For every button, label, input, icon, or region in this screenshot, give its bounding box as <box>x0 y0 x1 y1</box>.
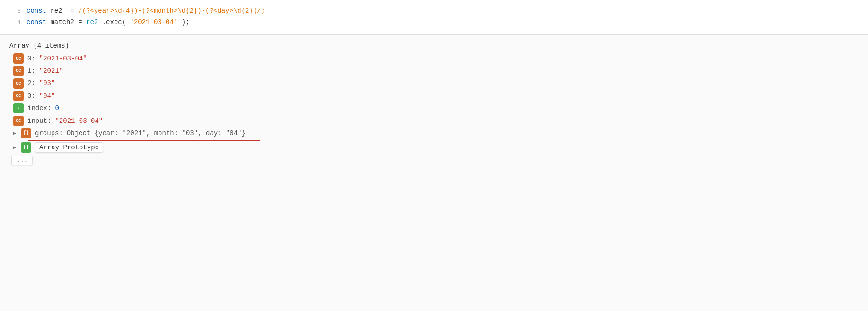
badge-index: # <box>13 103 24 113</box>
fn-re2: re2 <box>86 18 98 26</box>
badge-array-proto: [] <box>21 142 31 153</box>
item-value-input: "2021-03-04" <box>55 116 103 126</box>
line-number-3: 3 <box>9 6 21 17</box>
item-key-input: input: <box>27 116 51 126</box>
keyword-const-1: const <box>27 7 46 15</box>
var-name-re2: re2 <box>50 7 62 15</box>
list-item: cc 3: "04" <box>13 91 859 101</box>
array-prototype-label: Array Prototype <box>35 142 103 153</box>
groups-row: ▶ {} groups: Object {year: "2021", month… <box>13 128 859 138</box>
main-container: 3 const re2 = /(?<year>\d{4})-(?<month>\… <box>0 0 868 311</box>
groups-underline <box>28 140 260 141</box>
list-item: cc input: "2021-03-04" <box>13 116 859 126</box>
item-value-groups: Object {year: "2021", month: "03", day: … <box>67 130 246 137</box>
ellipsis-row: ... <box>9 156 859 165</box>
keyword-const-2: const <box>27 18 46 26</box>
line-number-4: 4 <box>9 17 21 28</box>
code-line-3: 3 const re2 = /(?<year>\d{4})-(?<month>\… <box>9 6 859 17</box>
item-key-groups: groups: <box>35 130 63 137</box>
badge-0: cc <box>13 53 24 64</box>
list-item: cc 0: "2021-03-04" <box>13 53 859 64</box>
output-section: Array (4 items) cc 0: "2021-03-04" cc 1:… <box>0 35 868 311</box>
badge-2: cc <box>13 78 24 89</box>
array-header: Array (4 items) <box>9 42 859 50</box>
badge-1: cc <box>13 66 24 76</box>
code-line-4-content: const match2 = re2 .exec( '2021-03-04' )… <box>27 17 190 28</box>
item-value-0: "2021-03-04" <box>39 53 87 64</box>
item-key-2: 2: <box>27 78 35 88</box>
item-key-3: 3: <box>27 91 35 101</box>
item-key-0: 0: <box>27 53 35 64</box>
badge-groups: {} <box>21 128 31 138</box>
item-value-index: 0 <box>55 103 59 113</box>
array-prototype-row: ▶ [] Array Prototype <box>13 142 859 153</box>
code-line-4: 4 const match2 = re2 .exec( '2021-03-04'… <box>9 17 859 28</box>
item-value-1: "2021" <box>39 66 63 76</box>
close-paren: ); <box>182 18 190 26</box>
arg-date: '2021-03-04' <box>130 18 178 26</box>
groups-expand-arrow[interactable]: ▶ <box>13 130 16 136</box>
item-value-3: "04" <box>39 91 55 101</box>
array-items: cc 0: "2021-03-04" cc 1: "2021" cc 2: "0… <box>9 53 859 153</box>
badge-3: cc <box>13 91 24 101</box>
item-value-2: "03" <box>39 78 55 88</box>
groups-container: ▶ {} groups: Object {year: "2021", month… <box>13 128 859 140</box>
code-line-3-content: const re2 = /(?<year>\d{4})-(?<month>\d{… <box>27 6 265 17</box>
equals-1: = <box>66 7 78 15</box>
ellipsis-box[interactable]: ... <box>11 156 33 165</box>
code-section: 3 const re2 = /(?<year>\d{4})-(?<month>\… <box>0 0 868 35</box>
list-item: cc 2: "03" <box>13 78 859 88</box>
list-item: # index: 0 <box>13 103 859 113</box>
item-key-index: index: <box>27 103 51 113</box>
item-key-1: 1: <box>27 66 35 76</box>
list-item: cc 1: "2021" <box>13 66 859 76</box>
var-name-match2: match2 = <box>50 18 86 26</box>
regex-value: /(?<year>\d{4})-(?<month>\d{2})-(?<day>\… <box>78 7 265 15</box>
method-exec: .exec( <box>102 18 126 26</box>
array-proto-expand-arrow[interactable]: ▶ <box>13 145 16 150</box>
badge-input: cc <box>13 116 24 126</box>
